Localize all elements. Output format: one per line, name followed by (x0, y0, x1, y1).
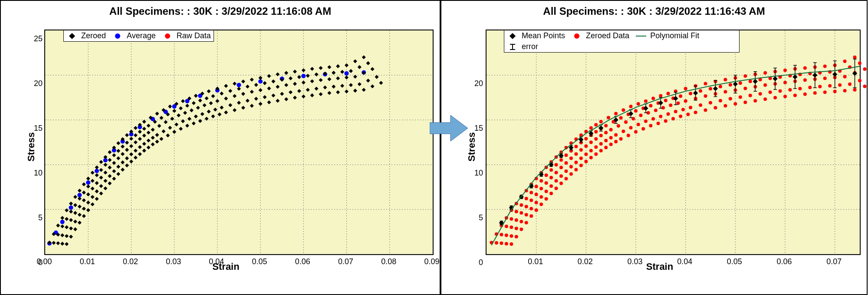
right-plot-area[interactable]: Mean Points Zeroed Data Polynomial Fit e… (486, 30, 861, 255)
svg-rect-95 (65, 217, 69, 221)
svg-rect-251 (91, 202, 95, 206)
svg-point-434 (624, 120, 628, 124)
svg-point-398 (749, 80, 752, 83)
svg-rect-660 (812, 73, 817, 77)
svg-point-431 (604, 131, 608, 134)
svg-rect-177 (233, 94, 237, 98)
svg-point-519 (545, 197, 548, 201)
svg-rect-122 (198, 99, 202, 103)
svg-rect-126 (228, 89, 232, 93)
svg-point-541 (671, 117, 675, 120)
svg-rect-155 (108, 166, 112, 169)
svg-rect-174 (209, 101, 213, 105)
svg-rect-206 (112, 169, 116, 173)
svg-rect-257 (116, 172, 120, 176)
legend-item-error: error (507, 42, 736, 51)
svg-point-458 (843, 75, 847, 78)
svg-rect-284 (284, 97, 288, 101)
svg-point-347 (743, 74, 747, 78)
svg-point-529 (594, 152, 598, 156)
svg-point-479 (594, 145, 598, 149)
svg-point-463 (515, 227, 518, 230)
svg-rect-43 (56, 224, 60, 228)
svg-rect-271 (185, 124, 189, 128)
svg-rect-140 (349, 69, 353, 73)
svg-rect-125 (220, 92, 224, 96)
svg-rect-216 (155, 133, 159, 137)
svg-point-456 (823, 76, 827, 80)
svg-point-361 (505, 225, 508, 228)
svg-point-512 (510, 242, 513, 246)
svg-rect-98 (78, 197, 82, 201)
svg-point-489 (659, 115, 662, 118)
svg-rect-150 (86, 192, 90, 196)
svg-rect-661 (832, 72, 837, 76)
svg-point-373 (564, 153, 568, 157)
svg-point-338 (659, 94, 662, 97)
svg-rect-89 (345, 63, 349, 67)
svg-rect-78 (250, 78, 254, 82)
svg-point-387 (649, 104, 652, 107)
svg-rect-228 (237, 101, 241, 105)
svg-rect-246 (69, 235, 73, 239)
svg-point-381 (604, 124, 608, 127)
svg-point-472 (559, 174, 563, 178)
svg-point-493 (689, 106, 692, 109)
svg-point-409 (858, 61, 861, 65)
svg-point-544 (694, 111, 697, 114)
svg-rect-57 (116, 141, 120, 145)
svg-rect-166 (157, 124, 161, 128)
left-plot-area[interactable]: Zeroed Average Raw Data (44, 30, 434, 255)
svg-rect-59 (125, 133, 129, 137)
svg-point-504 (798, 87, 802, 90)
svg-rect-178 (241, 92, 245, 96)
svg-rect-176 (224, 96, 228, 100)
svg-rect-274 (205, 117, 209, 121)
svg-point-414 (519, 211, 523, 215)
svg-point-473 (564, 169, 568, 173)
svg-point-550 (753, 99, 757, 103)
svg-point-424 (569, 156, 573, 160)
svg-point-553 (783, 95, 787, 98)
svg-point-462 (510, 234, 513, 238)
svg-rect-92 (52, 241, 56, 245)
svg-point-425 (574, 152, 578, 156)
svg-rect-86 (319, 66, 322, 70)
svg-point-385 (634, 109, 638, 113)
svg-point-372 (559, 158, 563, 162)
svg-rect-171 (190, 108, 194, 112)
svg-rect-76 (233, 82, 237, 86)
legend-item-mean: Mean Points (507, 31, 565, 40)
root: All Specimens: : 30K : 3/29/2022 11:16:0… (0, 0, 868, 295)
svg-point-526 (579, 164, 583, 167)
legend-label-average: Average (127, 31, 156, 40)
svg-rect-54 (103, 155, 107, 159)
svg-point-427 (584, 144, 588, 148)
svg-rect-193 (371, 67, 375, 71)
svg-rect-238 (323, 86, 327, 89)
svg-rect-152 (95, 181, 99, 185)
svg-rect-223 (201, 112, 204, 116)
svg-rect-282 (267, 100, 271, 104)
svg-point-329 (594, 123, 598, 126)
svg-rect-170 (183, 111, 187, 115)
svg-point-432 (609, 128, 613, 131)
svg-point-545 (704, 108, 707, 112)
svg-rect-286 (302, 95, 306, 99)
svg-rect-139 (340, 70, 344, 74)
svg-point-413 (515, 219, 518, 222)
svg-point-440 (669, 103, 672, 107)
svg-rect-142 (366, 61, 370, 65)
svg-point-379 (594, 130, 598, 133)
svg-rect-175 (215, 99, 219, 103)
svg-rect-231 (263, 95, 267, 99)
svg-rect-189 (336, 76, 340, 80)
svg-point-366 (529, 191, 533, 194)
svg-point-364 (519, 203, 523, 207)
svg-rect-108 (121, 145, 125, 149)
svg-rect-154 (103, 171, 107, 175)
svg-point-538 (649, 124, 652, 127)
svg-rect-180 (259, 88, 263, 92)
svg-rect-276 (217, 113, 221, 116)
svg-point-522 (559, 182, 563, 185)
